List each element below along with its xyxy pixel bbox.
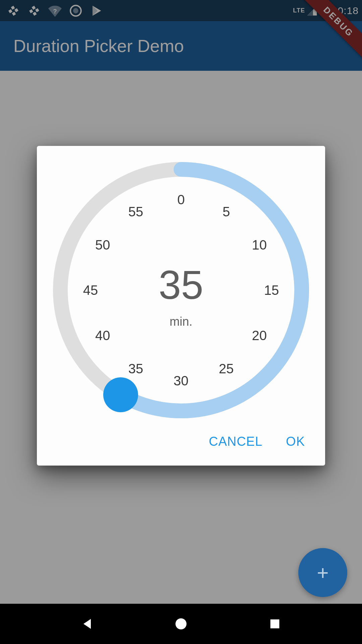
back-button[interactable] — [78, 614, 97, 633]
duration-picker-dialog: 35 min. 0510152025303540455055 CANCEL OK — [37, 146, 325, 466]
duration-dial[interactable]: 35 min. 0510152025303540455055 — [50, 159, 312, 421]
tick-label: 35 — [128, 361, 143, 376]
svg-point-4 — [176, 619, 187, 630]
tick-label: 10 — [252, 237, 267, 253]
ok-button[interactable]: OK — [286, 434, 305, 449]
selected-value: 35 — [159, 262, 203, 308]
tick-label: 50 — [95, 237, 110, 253]
fab-add-button[interactable]: + — [298, 548, 347, 597]
cancel-button[interactable]: CANCEL — [209, 434, 262, 449]
selected-unit: min. — [170, 315, 192, 329]
dial-handle[interactable] — [103, 377, 138, 412]
tick-label: 20 — [252, 328, 267, 343]
plus-icon: + — [317, 561, 328, 584]
tick-label: 0 — [177, 192, 185, 207]
recents-button[interactable] — [265, 614, 284, 633]
tick-label: 55 — [128, 204, 143, 219]
tick-label: 30 — [174, 373, 189, 388]
tick-label: 5 — [223, 204, 230, 219]
svg-rect-5 — [270, 620, 280, 629]
tick-label: 40 — [95, 328, 110, 343]
home-button[interactable] — [172, 614, 190, 633]
tick-label: 25 — [219, 361, 234, 376]
tick-label: 15 — [264, 283, 279, 298]
system-nav-bar — [0, 604, 362, 644]
dialog-actions: CANCEL OK — [37, 421, 325, 455]
tick-label: 45 — [83, 283, 98, 298]
